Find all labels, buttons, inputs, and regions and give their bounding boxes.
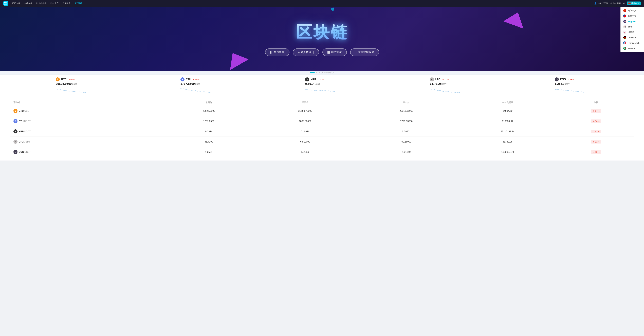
ticker-xrp-header: ✕ XRP -2.61% <box>305 78 324 82</box>
lang-option-kr[interactable]: 🇰🇷 한국 <box>620 24 644 30</box>
lang-option-jp[interactable]: 🇯🇵 日本語 <box>620 30 644 35</box>
username-text: 188****8888 <box>598 2 608 4</box>
flag-icon: 🇨🇳 <box>628 2 631 4</box>
lang-en-label: English <box>628 20 636 23</box>
nav-item-ieo[interactable]: IEO认购 <box>73 1 84 6</box>
hero-title: 区块链 <box>296 22 348 44</box>
hero-btn-distributed[interactable]: 分布式数据存储 <box>350 48 379 56</box>
lang-option-tw[interactable]: 🇹🇼 繁體中文 <box>620 13 644 19</box>
navbar-left: 币币交易 合约交易 秒合约交易 我的资产 质押生息 IEO认购 <box>3 1 84 6</box>
svg-marker-17 <box>503 9 528 29</box>
svg-rect-3 <box>6 4 7 5</box>
flag-fr: 🇫🇷 <box>623 42 626 44</box>
cell-low: 0.38462 <box>356 126 457 136</box>
cell-volume: 14934.59 <box>457 106 558 116</box>
hero-banner: 区块链 共识机制 点对点传输 加密算法 分布式 <box>0 7 644 71</box>
nav-item-second[interactable]: 秒合约交易 <box>35 1 48 6</box>
nav-lang-selector[interactable]: 🇨🇳 简体中文 <box>627 2 641 6</box>
xrp-coin-icon: ✕ <box>305 78 309 82</box>
pair-name: BTC/USDT <box>19 110 31 112</box>
ticker-ltc[interactable]: Ł LTC -5.11% 61.7100USDT <box>430 78 464 93</box>
col-change: 涨幅 <box>558 99 634 106</box>
ticker-xrp-price: 0.3914USDT <box>305 82 320 86</box>
table-row[interactable]: ₿ BTC/USDT 29625.9500 31598.70000 29216.… <box>10 106 634 116</box>
nav-service[interactable]: ↺ 在线客服 <box>610 2 621 5</box>
col-low: 最低价 <box>356 99 457 106</box>
table-row[interactable]: Ξ ETH/USDT 1767.8500 1889.30000 1725.530… <box>10 116 634 126</box>
ticker-btc-chart <box>56 86 86 93</box>
ticker-ltc-change: -5.11% <box>442 78 448 81</box>
ticker-btc[interactable]: ₿ BTC -6.07% 29625.9500USDT <box>56 78 89 93</box>
ticker-ltc-price: 61.7100USDT <box>430 82 446 86</box>
lang-option-fr[interactable]: 🇫🇷 Französisch <box>620 40 644 46</box>
flag-tw: 🇹🇼 <box>623 14 626 18</box>
cell-change: -6.30% <box>558 116 634 126</box>
table-row[interactable]: ✕ XRP/USDT 0.3914 0.40396 0.38462 381161… <box>10 126 634 136</box>
cell-latest: 29625.9500 <box>163 106 254 116</box>
indicator-bar: 演示站请勿交易 <box>0 71 644 75</box>
nav-user: 👤 188****8888 <box>594 2 608 4</box>
ticker-eos-price: 1.2531USDT <box>555 82 570 86</box>
cell-low: 1725.53000 <box>356 116 457 126</box>
lang-fr-label: Französisch <box>628 42 640 44</box>
cell-high: 31598.70000 <box>255 106 356 116</box>
btc-coin-icon: ₿ <box>56 78 60 82</box>
svg-rect-1 <box>6 2 7 3</box>
p2p-bars-icon <box>313 51 314 54</box>
flag-kr: 🇰🇷 <box>623 25 626 28</box>
cell-low: 1.21840 <box>356 147 457 157</box>
lang-text: 简体中文 <box>631 2 639 5</box>
table-row[interactable]: ⬡ EOS/USDT 1.2531 1.31400 1.21840 189282… <box>10 147 634 157</box>
col-latest: 最新价 <box>163 99 254 106</box>
ticker-eos[interactable]: ⬡ EOS -4.53% 1.2531USDT <box>555 78 588 93</box>
lang-option-de[interactable]: 🇩🇪 Deutsch <box>620 35 644 40</box>
hero-btn-consensus[interactable]: 共识机制 <box>265 48 290 56</box>
eth-coin-icon: Ξ <box>180 78 184 82</box>
table-header-row: 币种对 最新价 最高价 最低价 24H 交易量 涨幅 <box>10 99 634 106</box>
ticker-xrp-chart <box>305 86 335 93</box>
ticker-eth-chart <box>180 86 211 93</box>
hero-btn-crypto[interactable]: 加密算法 <box>322 48 347 56</box>
ticker-eth[interactable]: Ξ ETH -6.30% 1767.8500USDT <box>180 78 214 93</box>
pair-coin-icon: Ł <box>14 140 18 144</box>
ticker-btc-header: ₿ BTC -6.07% <box>56 78 75 82</box>
cell-low: 29216.61000 <box>356 106 457 116</box>
ticker-eos-header: ⬡ EOS -4.53% <box>555 78 574 82</box>
service-icon: ↺ <box>610 2 612 4</box>
indicator-text: 演示站请勿交易 <box>322 71 334 74</box>
nav-print-icon[interactable]: 🖨 <box>623 2 625 4</box>
svg-marker-16 <box>223 48 248 70</box>
flag-cn: 🇨🇳 <box>623 9 626 12</box>
lang-option-it[interactable]: 🇮🇹 Italiano <box>620 46 644 51</box>
lang-tw-label: 繁體中文 <box>628 14 636 18</box>
col-volume: 24H 交易量 <box>457 99 558 106</box>
ticker-btc-change: -6.07% <box>68 78 75 81</box>
indicator-dot-3 <box>319 72 320 73</box>
pair-name: EOS/USDT <box>19 150 31 153</box>
lang-cn-label: 简体中文 <box>628 9 636 12</box>
ticker-ltc-name: LTC <box>435 78 440 81</box>
lang-option-cn[interactable]: 🇨🇳 简体中文 <box>620 8 644 13</box>
flag-jp: 🇯🇵 <box>623 30 626 34</box>
nav-item-futures[interactable]: 合约交易 <box>22 1 34 6</box>
svg-rect-2 <box>4 4 6 5</box>
navbar-right: 👤 188****8888 ↺ 在线客服 🖨 🇨🇳 简体中文 <box>594 2 641 6</box>
nav-item-spot[interactable]: 币币交易 <box>10 1 22 6</box>
hero-btn-p2p[interactable]: 点对点传输 <box>293 48 319 56</box>
logo[interactable] <box>3 1 8 6</box>
lang-option-en[interactable]: 🇺🇸 English <box>620 19 644 24</box>
table-row[interactable]: Ł LTC/USDT 61.7100 65.10000 60.16000 513… <box>10 136 634 147</box>
cell-change: -6.07% <box>558 106 634 116</box>
ticker-xrp[interactable]: ✕ XRP -2.61% 0.3914USDT <box>305 78 339 93</box>
ltc-coin-icon: Ł <box>430 78 434 82</box>
crypto-bars-icon <box>328 51 330 54</box>
cell-change: -2.61% <box>558 126 634 136</box>
nav-item-assets[interactable]: 我的资产 <box>49 1 60 6</box>
cell-high: 65.10000 <box>255 136 356 147</box>
cell-volume: 1892824.70 <box>457 147 558 157</box>
cell-high: 1889.30000 <box>255 116 356 126</box>
ticker-ltc-chart <box>430 86 460 93</box>
nav-item-stake[interactable]: 质押生息 <box>61 1 72 6</box>
ticker-btc-name: BTC <box>61 78 66 81</box>
pair-coin-icon: ⬡ <box>14 150 18 154</box>
